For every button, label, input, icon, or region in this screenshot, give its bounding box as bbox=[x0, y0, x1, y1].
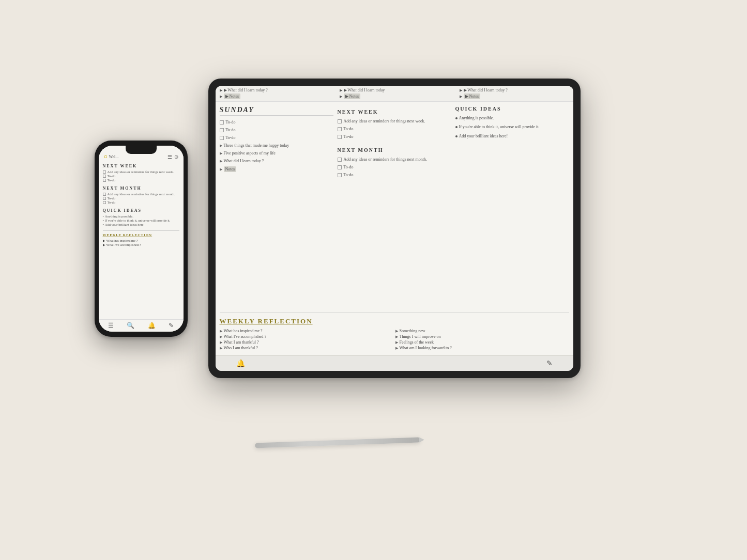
notes-item[interactable]: ▶ Notes bbox=[220, 166, 333, 172]
phone-top-icons: ☰ ⊙ bbox=[167, 154, 178, 160]
tablet-screen: ▶ ▶ What did I learn today ? ▶ ▶ Notes ▶… bbox=[216, 86, 573, 371]
phone-nw-todo-1: To-do bbox=[103, 174, 179, 178]
disc-arrow-9: ▶ bbox=[395, 329, 398, 333]
disc-arrow-11: ▶ bbox=[395, 340, 398, 345]
phone-content: NEXT WEEK Add any ideas or reminders for… bbox=[99, 162, 184, 319]
five-aspects-item[interactable]: ▶ Five positive aspects of my life bbox=[220, 151, 333, 155]
phone-next-month-title: NEXT MONTH bbox=[103, 186, 179, 191]
phone-notch bbox=[126, 146, 157, 154]
checkbox-1[interactable] bbox=[220, 120, 224, 125]
tablet-nav-learn-2: ▶ ▶ What did I learn today bbox=[340, 88, 449, 92]
checkbox-nw-2[interactable] bbox=[338, 135, 342, 139]
arrow-icon-5: ▶ bbox=[460, 88, 462, 92]
phone-inspired[interactable]: ▶ What has inspired me ? bbox=[103, 239, 179, 242]
phone-quick-ideas: QUICK IDEAS • Anything is possible. • If… bbox=[103, 208, 179, 226]
phone-bell-icon[interactable]: 🔔 bbox=[148, 322, 156, 330]
phone-search-bottom-icon[interactable]: 🔍 bbox=[127, 322, 134, 330]
phone-divider bbox=[103, 230, 179, 231]
next-week-add: Add any ideas or reminders for things ne… bbox=[338, 119, 451, 123]
tablet-nav-notes-1: ▶ ▶ Notes bbox=[220, 94, 329, 99]
phone-nm-add: Add any ideas or reminders for things ne… bbox=[103, 192, 179, 196]
reflection-col1: ▶ What has inspired me ? ▶ What I've acc… bbox=[220, 329, 393, 351]
tablet-nav-row: ▶ ▶ What did I learn today ? ▶ ▶ Notes ▶… bbox=[216, 86, 573, 102]
tablet-nav-notes-3: ▶ ▶ Notes bbox=[460, 94, 569, 99]
phone-cb-3[interactable] bbox=[103, 179, 106, 182]
phone-qi-1: • Anything is possible. bbox=[103, 214, 179, 218]
phone-qi-2: • If you're able to think it, universe w… bbox=[103, 219, 179, 222]
improve-item[interactable]: ▶ Things I will improve on bbox=[395, 334, 569, 339]
qi-item-3: Add your brilliant ideas here! bbox=[455, 134, 569, 139]
phone-cb-4[interactable] bbox=[103, 193, 106, 196]
phone-compose-icon[interactable]: ✎ bbox=[169, 322, 174, 330]
tablet-quick-ideas-col: QUICK IDEAS Anything is possible. If you… bbox=[455, 106, 569, 308]
tablet-bottom-bar: 🔔 ✎ bbox=[216, 355, 573, 371]
sunday-title: SUNDAY bbox=[220, 106, 333, 116]
checkbox-nm-1[interactable] bbox=[338, 165, 342, 169]
disc-arrow-8: ▶ bbox=[220, 346, 222, 350]
todo-3: To-do bbox=[220, 135, 333, 140]
checkbox-nw-1[interactable] bbox=[338, 127, 342, 131]
arrow-icon-4: ▶ bbox=[340, 95, 342, 99]
next-month-add: Add any ideas or reminders for things ne… bbox=[338, 157, 451, 162]
checkbox-2[interactable] bbox=[220, 128, 224, 132]
phone-accomplished[interactable]: ▶ What I've accomplished ? bbox=[103, 243, 179, 246]
tablet-nav-learn-3: ▶ ▶ What did I learn today ? bbox=[460, 88, 569, 92]
phone-list-icon[interactable]: ☰ bbox=[108, 322, 114, 330]
scene: ▶ ▶ What did I learn today ? ▶ ▶ Notes ▶… bbox=[64, 48, 684, 512]
phone-next-week: NEXT WEEK Add any ideas or reminders for… bbox=[103, 164, 179, 182]
next-month-title: NEXT MONTH bbox=[338, 147, 451, 153]
tablet-frame: ▶ ▶ What did I learn today ? ▶ ▶ Notes ▶… bbox=[208, 79, 581, 378]
phone-qi-title: QUICK IDEAS bbox=[103, 208, 179, 213]
phone-disc-arrow-2: ▶ bbox=[103, 243, 105, 246]
tablet-nav-notes-2: ▶ ▶ Notes bbox=[340, 94, 449, 99]
disclosure-arrow-4: ▶ bbox=[220, 167, 222, 172]
compose-icon[interactable]: 🔔 bbox=[236, 359, 245, 368]
phone-cb-6[interactable] bbox=[103, 201, 106, 204]
disclosure-arrow-2: ▶ bbox=[220, 151, 222, 155]
thankful-item[interactable]: ▶ What I am thankful ? bbox=[220, 340, 393, 345]
phone-top-left: 🗒 Wel... bbox=[104, 154, 119, 159]
checkbox-nm-0[interactable] bbox=[338, 158, 342, 162]
phone-cb-2[interactable] bbox=[103, 175, 106, 178]
something-new-item[interactable]: ▶ Something new bbox=[395, 329, 569, 333]
phone-screen: 🗒 Wel... ☰ ⊙ NEXT WEEK Add any ideas or … bbox=[99, 146, 184, 332]
edit-icon[interactable]: ✎ bbox=[546, 359, 553, 368]
phone-cb-5[interactable] bbox=[103, 197, 106, 200]
bullet-dot-1 bbox=[455, 117, 458, 119]
reflection-grid: ▶ What has inspired me ? ▶ What I've acc… bbox=[220, 329, 569, 351]
learn-today-item[interactable]: ▶ What did I learn today ? bbox=[220, 159, 333, 163]
phone-search-icon[interactable]: ⊙ bbox=[174, 154, 178, 160]
phone-menu-icon[interactable]: ☰ bbox=[167, 154, 172, 160]
phone-device: 🗒 Wel... ☰ ⊙ NEXT WEEK Add any ideas or … bbox=[95, 141, 188, 337]
tablet-middle-col: NEXT WEEK Add any ideas or reminders for… bbox=[338, 106, 451, 308]
feelings-item[interactable]: ▶ Feelings of the week bbox=[395, 340, 569, 345]
todo-1: To-do bbox=[220, 120, 333, 125]
disc-arrow-12: ▶ bbox=[395, 346, 398, 350]
apple-pencil bbox=[254, 437, 420, 448]
who-thankful-item[interactable]: ▶ Who I am thankful ? bbox=[220, 346, 393, 350]
phone-next-month: NEXT MONTH Add any ideas or reminders fo… bbox=[103, 186, 179, 204]
arrow-icon-3: ▶ bbox=[340, 88, 342, 92]
quick-ideas-title: QUICK IDEAS bbox=[455, 106, 569, 112]
tablet-main-content: SUNDAY To-do To-do To-do bbox=[216, 102, 573, 313]
phone-reflection: WEEKLY REFLECTION ▶ What has inspired me… bbox=[103, 233, 179, 246]
bullet-dot-2 bbox=[455, 126, 458, 128]
accomplished-item[interactable]: ▶ What I've accomplished ? bbox=[220, 334, 393, 339]
checkbox-nm-2[interactable] bbox=[338, 173, 342, 177]
checkbox-3[interactable] bbox=[220, 136, 224, 140]
disc-arrow-7: ▶ bbox=[220, 340, 222, 345]
phone-reflection-title: WEEKLY REFLECTION bbox=[103, 233, 179, 237]
checkbox-nw-0[interactable] bbox=[338, 119, 342, 123]
looking-forward-item[interactable]: ▶ What am I looking forward to ? bbox=[395, 346, 569, 350]
tablet-device: ▶ ▶ What did I learn today ? ▶ ▶ Notes ▶… bbox=[208, 79, 581, 378]
phone-cb-1[interactable] bbox=[103, 170, 106, 174]
phone-next-week-title: NEXT WEEK bbox=[103, 164, 179, 168]
inspired-item[interactable]: ▶ What has inspired me ? bbox=[220, 329, 393, 333]
phone-nw-todo-2: To-do bbox=[103, 178, 179, 182]
three-things-item[interactable]: ▶ Three things that made me happy today bbox=[220, 143, 333, 148]
disc-arrow-6: ▶ bbox=[220, 335, 222, 339]
phone-frame: 🗒 Wel... ☰ ⊙ NEXT WEEK Add any ideas or … bbox=[95, 141, 188, 337]
qi-item-2: If you're able to think it, universe wil… bbox=[455, 125, 569, 130]
todo-2: To-do bbox=[220, 128, 333, 132]
next-week-todo-1: To-do bbox=[338, 127, 451, 131]
